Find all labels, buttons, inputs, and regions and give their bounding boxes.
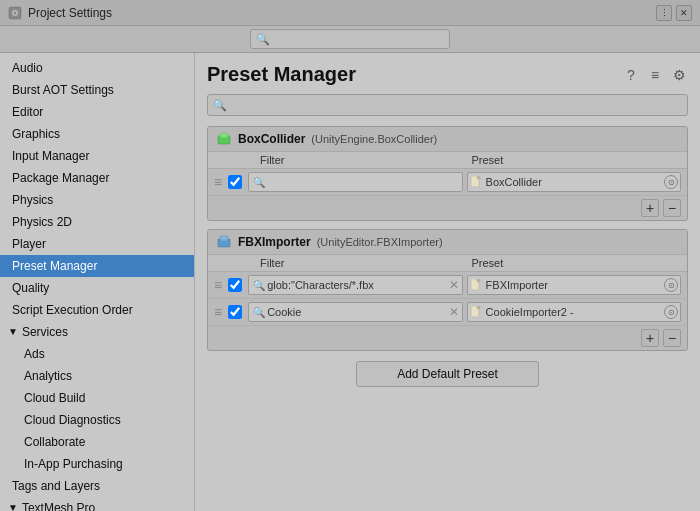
sidebar-item-input[interactable]: Input Manager [0, 145, 194, 167]
svg-point-2 [14, 11, 17, 14]
title-bar: Project Settings ⋮ ✕ [0, 0, 700, 26]
filter-col-header: Filter [216, 154, 468, 166]
fbximporter-row-1: ≡ 🔍 ✕ ⊙ [208, 272, 687, 299]
sidebar: Audio Burst AOT Settings Editor Graphics… [0, 53, 195, 511]
sidebar-item-editor[interactable]: Editor [0, 101, 194, 123]
preset-input-2[interactable] [467, 275, 681, 295]
settings-icon[interactable]: ⚙ [670, 66, 688, 84]
boxcollider-row-1: ≡ 🔍 ⊙ [208, 169, 687, 196]
drag-handle-icon-3[interactable]: ≡ [214, 304, 222, 320]
fbximporter-name: FBXImporter [238, 235, 311, 249]
boxcollider-add-remove: + − [208, 196, 687, 220]
remove-row-btn-boxcollider[interactable]: − [663, 199, 681, 217]
sidebar-item-ads[interactable]: Ads [0, 343, 194, 365]
preset-select-btn-1[interactable]: ⊙ [664, 175, 678, 189]
boxcollider-name: BoxCollider [238, 132, 305, 146]
sidebar-section-textmesh[interactable]: ▼ TextMesh Pro [0, 497, 194, 511]
row-checkbox-2[interactable] [228, 278, 242, 292]
menu-icon[interactable]: ≡ [646, 66, 664, 84]
preset-select-btn-3[interactable]: ⊙ [664, 305, 678, 319]
filter-field-3: 🔍 ✕ [248, 302, 462, 322]
preset-section-boxcollider: BoxCollider (UnityEngine.BoxCollider) Fi… [207, 126, 688, 221]
preset-field-3: ⊙ [467, 302, 681, 322]
add-row-btn-fbximporter[interactable]: + [641, 329, 659, 347]
filter-col-header-2: Filter [216, 257, 468, 269]
preset-field-1: ⊙ [467, 172, 681, 192]
preset-col-header-2: Preset [468, 257, 680, 269]
sidebar-item-quality[interactable]: Quality [0, 277, 194, 299]
filter-input-1[interactable] [248, 172, 462, 192]
filter-field-2: 🔍 ✕ [248, 275, 462, 295]
remove-row-btn-fbximporter[interactable]: − [663, 329, 681, 347]
help-icon[interactable]: ? [622, 66, 640, 84]
top-search-input[interactable] [250, 29, 450, 49]
add-row-btn-boxcollider[interactable]: + [641, 199, 659, 217]
sidebar-item-physics2d[interactable]: Physics 2D [0, 211, 194, 233]
main-container: Audio Burst AOT Settings Editor Graphics… [0, 53, 700, 511]
fbximporter-row-2: ≡ 🔍 ✕ ⊙ [208, 299, 687, 326]
filter-input-2[interactable] [248, 275, 462, 295]
window-close-btn[interactable]: ✕ [676, 5, 692, 21]
boxcollider-icon [216, 131, 232, 147]
window-icon [8, 6, 22, 20]
header-icons: ? ≡ ⚙ [622, 66, 688, 84]
page-title: Preset Manager [207, 63, 356, 86]
drag-handle-icon-2[interactable]: ≡ [214, 277, 222, 293]
fbximporter-section-header: FBXImporter (UnityEditor.FBXImporter) [208, 230, 687, 255]
fbximporter-table-header: Filter Preset [208, 255, 687, 272]
drag-handle-icon[interactable]: ≡ [214, 174, 222, 190]
row-checkbox-3[interactable] [228, 305, 242, 319]
sidebar-item-preset-manager[interactable]: Preset Manager [0, 255, 194, 277]
sidebar-item-burst[interactable]: Burst AOT Settings [0, 79, 194, 101]
preset-input-1[interactable] [467, 172, 681, 192]
preset-input-3[interactable] [467, 302, 681, 322]
filter-clear-icon-3[interactable]: ✕ [449, 305, 459, 319]
boxcollider-title-group: BoxCollider (UnityEngine.BoxCollider) [216, 131, 437, 147]
filter-input-3[interactable] [248, 302, 462, 322]
sidebar-item-cloud-diagnostics[interactable]: Cloud Diagnostics [0, 409, 194, 431]
row-checkbox-1[interactable] [228, 175, 242, 189]
top-search-icon: 🔍 [256, 33, 270, 46]
sidebar-item-textmesh-label: TextMesh Pro [22, 499, 95, 511]
fbximporter-add-remove: + − [208, 326, 687, 350]
content-search-input[interactable] [207, 94, 688, 116]
boxcollider-type: (UnityEngine.BoxCollider) [311, 133, 437, 145]
sidebar-item-player[interactable]: Player [0, 233, 194, 255]
sidebar-item-analytics[interactable]: Analytics [0, 365, 194, 387]
filter-field-1: 🔍 [248, 172, 462, 192]
add-default-container: Add Default Preset [207, 361, 688, 387]
svg-rect-9 [220, 236, 228, 241]
preset-col-header: Preset [468, 154, 680, 166]
sidebar-section-services[interactable]: ▼ Services [0, 321, 194, 343]
window-controls: ⋮ ✕ [656, 5, 692, 21]
sidebar-item-audio[interactable]: Audio [0, 57, 194, 79]
window-title: Project Settings [28, 6, 112, 20]
sidebar-item-physics[interactable]: Physics [0, 189, 194, 211]
services-arrow-icon: ▼ [8, 323, 18, 341]
fbximporter-title-group: FBXImporter (UnityEditor.FBXImporter) [216, 234, 443, 250]
svg-rect-4 [220, 133, 228, 138]
sidebar-item-services-label: Services [22, 323, 68, 341]
textmesh-arrow-icon: ▼ [8, 499, 18, 511]
preset-select-btn-2[interactable]: ⊙ [664, 278, 678, 292]
fbximporter-type: (UnityEditor.FBXImporter) [317, 236, 443, 248]
sidebar-item-inapp[interactable]: In-App Purchasing [0, 453, 194, 475]
sidebar-item-script-execution[interactable]: Script Execution Order [0, 299, 194, 321]
preset-field-2: ⊙ [467, 275, 681, 295]
fbximporter-icon [216, 234, 232, 250]
window-menu-btn[interactable]: ⋮ [656, 5, 672, 21]
sidebar-item-cloud-build[interactable]: Cloud Build [0, 387, 194, 409]
preset-section-fbximporter: FBXImporter (UnityEditor.FBXImporter) Fi… [207, 229, 688, 351]
sidebar-item-collaborate[interactable]: Collaborate [0, 431, 194, 453]
sidebar-item-tags-layers[interactable]: Tags and Layers [0, 475, 194, 497]
content-area: Preset Manager ? ≡ ⚙ 🔍 [195, 53, 700, 511]
boxcollider-table-header: Filter Preset [208, 152, 687, 169]
add-default-preset-button[interactable]: Add Default Preset [356, 361, 539, 387]
content-header: Preset Manager ? ≡ ⚙ [207, 63, 688, 86]
sidebar-item-graphics[interactable]: Graphics [0, 123, 194, 145]
filter-clear-icon-2[interactable]: ✕ [449, 278, 459, 292]
sidebar-item-package[interactable]: Package Manager [0, 167, 194, 189]
boxcollider-section-header: BoxCollider (UnityEngine.BoxCollider) [208, 127, 687, 152]
